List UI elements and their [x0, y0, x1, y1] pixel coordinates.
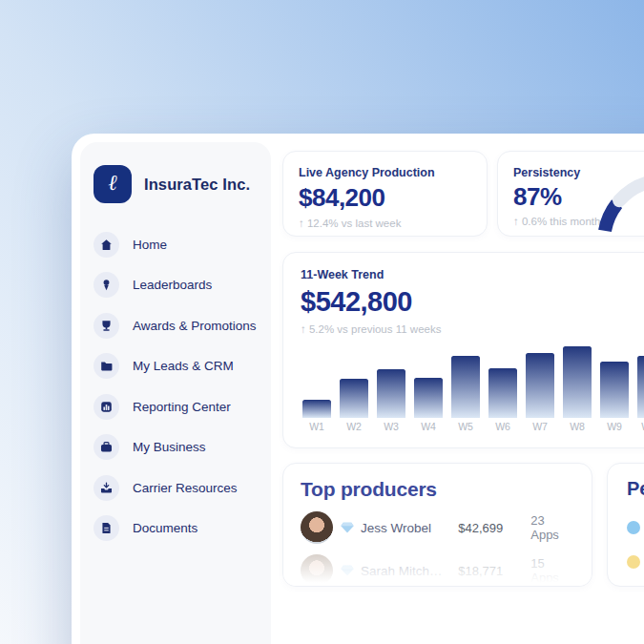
avatar [301, 554, 333, 587]
card-persistency: Persistency 87% ↑ 0.6% this month [497, 151, 644, 237]
producer-amount: $18,771 [458, 564, 530, 578]
brand-logo-icon: ℓ [93, 165, 132, 203]
legend-dot-yellow-icon [627, 555, 640, 569]
card-11-week-trend: 11-Week Trend $542,800 ↑ 5.2% vs previou… [282, 252, 644, 448]
brand-name: InsuraTec Inc. [144, 176, 250, 194]
document-icon [93, 515, 119, 541]
sidebar-item-label: Reporting Center [133, 400, 231, 414]
trend-bar-label: W10 [637, 421, 644, 432]
stat-label: Live Agency Production [299, 166, 471, 179]
trend-bar-label: W2 [340, 421, 368, 432]
sidebar-item-awards[interactable]: Awards & Promotions [80, 305, 271, 346]
inbox-icon [93, 475, 119, 501]
trend-bar [302, 400, 331, 418]
trend-bar [451, 356, 480, 418]
top-producers-title: Top producers [301, 478, 574, 501]
trend-bar-label: W9 [600, 421, 629, 432]
gem-icon [341, 522, 354, 533]
legend-dot-blue-icon [627, 521, 640, 534]
card-top-producers: Top producers Jess Wrobel $42,699 23 App… [282, 463, 592, 587]
sidebar-item-label: Documents [133, 521, 197, 535]
right-card-title: Pe [627, 478, 644, 500]
trophy-icon [93, 313, 119, 339]
card-live-agency-production: Live Agency Production $84,200 ↑ 12.4% v… [282, 151, 488, 237]
briefcase-icon [93, 434, 119, 460]
trend-bar [488, 368, 517, 418]
trend-bar [600, 362, 629, 418]
dashboard-panel: ℓ InsuraTec Inc. Home Leaderboards [72, 134, 644, 644]
sidebar-item-label: Awards & Promotions [133, 319, 257, 333]
sidebar-item-documents[interactable]: Documents [80, 509, 271, 550]
trend-bar [414, 378, 443, 418]
producer-row: Sarah Mitch… $18,771 15 Apps [301, 554, 574, 587]
medal-icon [93, 272, 119, 298]
producer-amount: $42,699 [458, 521, 530, 535]
avatar [301, 511, 333, 544]
trend-bar-label: W4 [414, 421, 443, 432]
trend-bar [340, 379, 368, 418]
trend-bar-label: W5 [451, 421, 480, 432]
trend-bar-label: W3 [377, 421, 405, 432]
trend-bar-label: W8 [563, 421, 592, 432]
trend-bar [563, 346, 592, 418]
legend-item [627, 521, 644, 534]
logo-glyph: ℓ [108, 172, 117, 197]
trend-bar [526, 353, 554, 418]
trend-bar-label: W1 [302, 421, 331, 432]
sidebar-item-reporting[interactable]: Reporting Center [80, 386, 271, 427]
home-icon [93, 232, 119, 258]
persistency-gauge-icon [570, 154, 644, 237]
sidebar-item-leaderboards[interactable]: Leaderboards [80, 265, 271, 306]
sidebar-item-label: My Leads & CRM [133, 359, 234, 373]
trend-bar-label: W7 [526, 421, 554, 432]
producer-name: Jess Wrobel [361, 521, 458, 535]
gem-icon [341, 565, 354, 576]
report-chart-icon [93, 394, 119, 420]
sidebar-item-label: Home [133, 238, 167, 252]
card-right-partial: Pe [607, 463, 644, 587]
trend-bar [377, 369, 405, 418]
trend-bar-label: W6 [488, 421, 517, 432]
folder-icon [93, 353, 119, 379]
brand: ℓ InsuraTec Inc. [80, 142, 271, 203]
app-screen: ℓ InsuraTec Inc. Home Leaderboards [0, 0, 644, 644]
producer-name: Sarah Mitch… [361, 564, 458, 578]
sidebar-item-home[interactable]: Home [80, 224, 271, 265]
trend-bar [637, 356, 644, 418]
stat-delta: ↑ 12.4% vs last week [299, 218, 471, 229]
sidebar-item-label: Carrier Resources [133, 481, 238, 495]
sidebar-item-label: My Business [133, 440, 206, 454]
sidebar-item-leads[interactable]: My Leads & CRM [80, 346, 271, 387]
sidebar-item-carrier[interactable]: Carrier Resources [80, 467, 271, 509]
producer-apps: 15 Apps [530, 556, 574, 585]
sidebar: ℓ InsuraTec Inc. Home Leaderboards [80, 142, 271, 644]
stat-value: $84,200 [299, 183, 471, 213]
sidebar-item-business[interactable]: My Business [80, 427, 271, 468]
sidebar-nav: Home Leaderboards Awards & Promotions [80, 224, 271, 549]
sidebar-item-label: Leaderboards [133, 278, 212, 292]
trend-bars: W1W2W3W4W5W6W7W8W9W10 [283, 253, 644, 448]
producer-apps: 23 Apps [530, 513, 574, 542]
legend-item [627, 555, 644, 569]
producer-row: Jess Wrobel $42,699 23 Apps [301, 511, 574, 544]
